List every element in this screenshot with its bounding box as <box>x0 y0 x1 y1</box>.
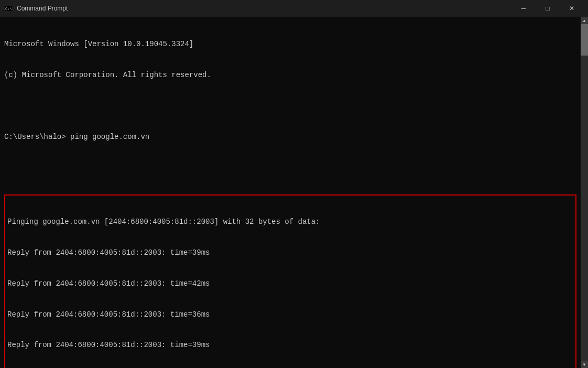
terminal-line-2: (c) Microsoft Corporation. All rights re… <box>4 70 576 81</box>
window-title: Command Prompt <box>17 5 511 12</box>
ping-results-block: Pinging google.com.vn [2404:6800:4005:81… <box>4 194 576 368</box>
titlebar: C:\ Command Prompt ─ □ ✕ <box>0 0 588 17</box>
svg-text:C:\: C:\ <box>5 7 12 11</box>
terminal-line-5 <box>4 163 576 173</box>
ping-line-5: Reply from 2404:6800:4005:81d::2003: tim… <box>7 340 573 351</box>
terminal-line-4: C:\Users\halo> ping google.com.vn <box>4 132 576 143</box>
scroll-down-arrow[interactable]: ▼ <box>581 361 588 368</box>
terminal-line-1: Microsoft Windows [Version 10.0.19045.33… <box>4 39 576 50</box>
ping-line-3: Reply from 2404:6800:4005:81d::2003: tim… <box>7 279 573 289</box>
cmd-icon: C:\ <box>4 4 13 13</box>
ping-line-1: Pinging google.com.vn [2404:6800:4005:81… <box>7 217 573 228</box>
scroll-up-arrow[interactable]: ▲ <box>581 17 588 24</box>
ping-line-2: Reply from 2404:6800:4005:81d::2003: tim… <box>7 248 573 258</box>
scrollbar[interactable]: ▲ ▼ <box>581 17 588 368</box>
cmd-window: C:\ Command Prompt ─ □ ✕ Microsoft Windo… <box>0 0 588 368</box>
close-button[interactable]: ✕ <box>560 0 584 17</box>
terminal-output[interactable]: Microsoft Windows [Version 10.0.19045.33… <box>0 17 581 368</box>
scrollbar-track[interactable] <box>581 24 588 361</box>
content-area: Microsoft Windows [Version 10.0.19045.33… <box>0 17 588 368</box>
minimize-button[interactable]: ─ <box>511 0 536 17</box>
scrollbar-thumb[interactable] <box>581 24 588 56</box>
terminal-line-3 <box>4 101 576 112</box>
maximize-button[interactable]: □ <box>536 0 560 17</box>
ping-line-4: Reply from 2404:6800:4005:81d::2003: tim… <box>7 310 573 320</box>
window-controls: ─ □ ✕ <box>511 0 584 17</box>
